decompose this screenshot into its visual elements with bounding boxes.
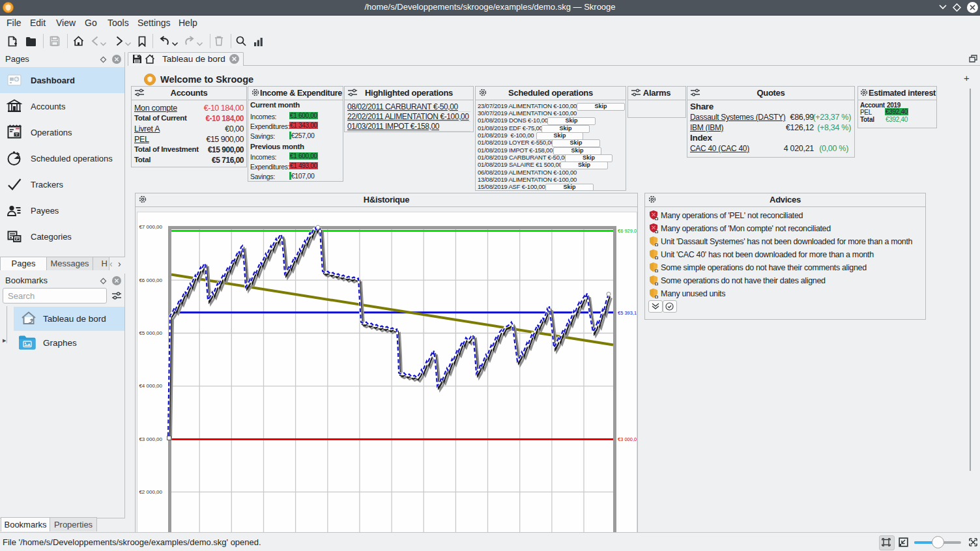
svg-text:€4 000,00: €4 000,00	[139, 383, 162, 389]
svg-text:€3 000,00: €3 000,00	[618, 436, 637, 442]
svg-text:€2 000,00: €2 000,00	[139, 489, 162, 495]
svg-text:€5 393,14: €5 393,14	[618, 310, 637, 316]
svg-text:€3 000,00: €3 000,00	[139, 436, 162, 442]
svg-text:€7 000,00: €7 000,00	[139, 224, 162, 230]
svg-text:€6 929,00: €6 929,00	[618, 228, 637, 234]
svg-text:€5 000,00: €5 000,00	[139, 330, 162, 336]
svg-text:€6 000,00: €6 000,00	[139, 277, 162, 283]
